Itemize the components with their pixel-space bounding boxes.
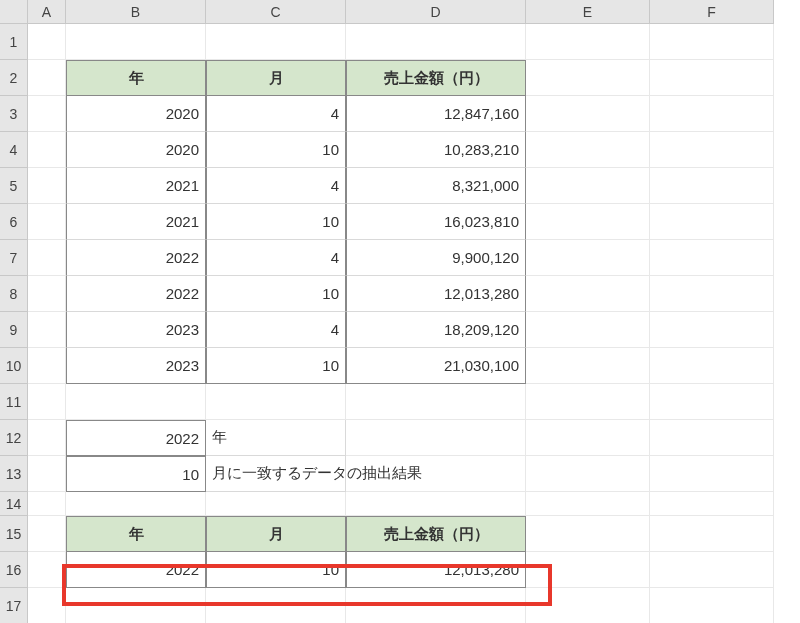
column-header-C[interactable]: C (206, 0, 346, 24)
table2-header-2[interactable]: 売上金額（円） (346, 516, 526, 552)
cell-E5[interactable] (526, 168, 650, 204)
cell-E7[interactable] (526, 240, 650, 276)
table2-cell-c1[interactable]: 10 (206, 552, 346, 588)
cell-E16[interactable] (526, 552, 650, 588)
row-header-15[interactable]: 15 (0, 516, 28, 552)
table1-cell-r1-c1[interactable]: 10 (206, 132, 346, 168)
table1-cell-r5-c1[interactable]: 10 (206, 276, 346, 312)
table1-cell-r4-c0[interactable]: 2022 (66, 240, 206, 276)
row-header-6[interactable]: 6 (0, 204, 28, 240)
row-header-7[interactable]: 7 (0, 240, 28, 276)
row-header-3[interactable]: 3 (0, 96, 28, 132)
column-header-F[interactable]: F (650, 0, 774, 24)
table1-cell-r6-c1[interactable]: 4 (206, 312, 346, 348)
cell-C11[interactable] (206, 384, 346, 420)
table1-header-1[interactable]: 月 (206, 60, 346, 96)
row-header-9[interactable]: 9 (0, 312, 28, 348)
table1-cell-r7-c2[interactable]: 21,030,100 (346, 348, 526, 384)
cell-B17[interactable] (66, 588, 206, 623)
cell-A1[interactable] (28, 24, 66, 60)
cell-A17[interactable] (28, 588, 66, 623)
cell-F3[interactable] (650, 96, 774, 132)
cell-F8[interactable] (650, 276, 774, 312)
cell-A3[interactable] (28, 96, 66, 132)
table1-cell-r6-c0[interactable]: 2023 (66, 312, 206, 348)
cell-A14[interactable] (28, 492, 66, 516)
cell-E17[interactable] (526, 588, 650, 623)
cell-F10[interactable] (650, 348, 774, 384)
column-header-E[interactable]: E (526, 0, 650, 24)
cell-B11[interactable] (66, 384, 206, 420)
cell-E9[interactable] (526, 312, 650, 348)
cell-E1[interactable] (526, 24, 650, 60)
cell-A10[interactable] (28, 348, 66, 384)
column-header-A[interactable]: A (28, 0, 66, 24)
cell-F16[interactable] (650, 552, 774, 588)
criteria-year-label[interactable]: 年 (206, 420, 346, 456)
criteria-month-label[interactable]: 月に一致するデータの抽出結果 (206, 456, 346, 492)
table1-cell-r4-c1[interactable]: 4 (206, 240, 346, 276)
cell-A2[interactable] (28, 60, 66, 96)
cell-A4[interactable] (28, 132, 66, 168)
table2-cell-c0[interactable]: 2022 (66, 552, 206, 588)
table2-cell-c2[interactable]: 12,013,280 (346, 552, 526, 588)
cell-E6[interactable] (526, 204, 650, 240)
table1-cell-r7-c1[interactable]: 10 (206, 348, 346, 384)
cell-D17[interactable] (346, 588, 526, 623)
cell-D11[interactable] (346, 384, 526, 420)
row-header-11[interactable]: 11 (0, 384, 28, 420)
cell-C1[interactable] (206, 24, 346, 60)
cell-E8[interactable] (526, 276, 650, 312)
cell-B14[interactable] (66, 492, 206, 516)
cell-C14[interactable] (206, 492, 346, 516)
table1-header-2[interactable]: 売上金額（円） (346, 60, 526, 96)
cell-F5[interactable] (650, 168, 774, 204)
row-header-17[interactable]: 17 (0, 588, 28, 623)
cell-A12[interactable] (28, 420, 66, 456)
cell-F17[interactable] (650, 588, 774, 623)
cell-C17[interactable] (206, 588, 346, 623)
cell-A9[interactable] (28, 312, 66, 348)
row-header-16[interactable]: 16 (0, 552, 28, 588)
cell-F4[interactable] (650, 132, 774, 168)
cell-F15[interactable] (650, 516, 774, 552)
cell-E10[interactable] (526, 348, 650, 384)
column-header-B[interactable]: B (66, 0, 206, 24)
criteria-year-value[interactable]: 2022 (66, 420, 206, 456)
table1-cell-r4-c2[interactable]: 9,900,120 (346, 240, 526, 276)
table1-cell-r3-c2[interactable]: 16,023,810 (346, 204, 526, 240)
cell-A5[interactable] (28, 168, 66, 204)
cell-F14[interactable] (650, 492, 774, 516)
cell-F2[interactable] (650, 60, 774, 96)
table1-cell-r0-c1[interactable]: 4 (206, 96, 346, 132)
cell-E11[interactable] (526, 384, 650, 420)
cell-F12[interactable] (650, 420, 774, 456)
row-header-4[interactable]: 4 (0, 132, 28, 168)
cell-D12[interactable] (346, 420, 526, 456)
criteria-month-value[interactable]: 10 (66, 456, 206, 492)
cell-E14[interactable] (526, 492, 650, 516)
table2-header-0[interactable]: 年 (66, 516, 206, 552)
table1-cell-r7-c0[interactable]: 2023 (66, 348, 206, 384)
cell-A16[interactable] (28, 552, 66, 588)
cell-E15[interactable] (526, 516, 650, 552)
cell-F7[interactable] (650, 240, 774, 276)
row-header-10[interactable]: 10 (0, 348, 28, 384)
table1-cell-r3-c0[interactable]: 2021 (66, 204, 206, 240)
row-header-12[interactable]: 12 (0, 420, 28, 456)
cell-E12[interactable] (526, 420, 650, 456)
cell-E4[interactable] (526, 132, 650, 168)
table1-cell-r1-c0[interactable]: 2020 (66, 132, 206, 168)
cell-D1[interactable] (346, 24, 526, 60)
table1-header-0[interactable]: 年 (66, 60, 206, 96)
cell-A11[interactable] (28, 384, 66, 420)
table1-cell-r2-c1[interactable]: 4 (206, 168, 346, 204)
table1-cell-r0-c0[interactable]: 2020 (66, 96, 206, 132)
table1-cell-r6-c2[interactable]: 18,209,120 (346, 312, 526, 348)
cell-A13[interactable] (28, 456, 66, 492)
table1-cell-r3-c1[interactable]: 10 (206, 204, 346, 240)
cell-A8[interactable] (28, 276, 66, 312)
cell-E3[interactable] (526, 96, 650, 132)
row-header-13[interactable]: 13 (0, 456, 28, 492)
cell-A15[interactable] (28, 516, 66, 552)
